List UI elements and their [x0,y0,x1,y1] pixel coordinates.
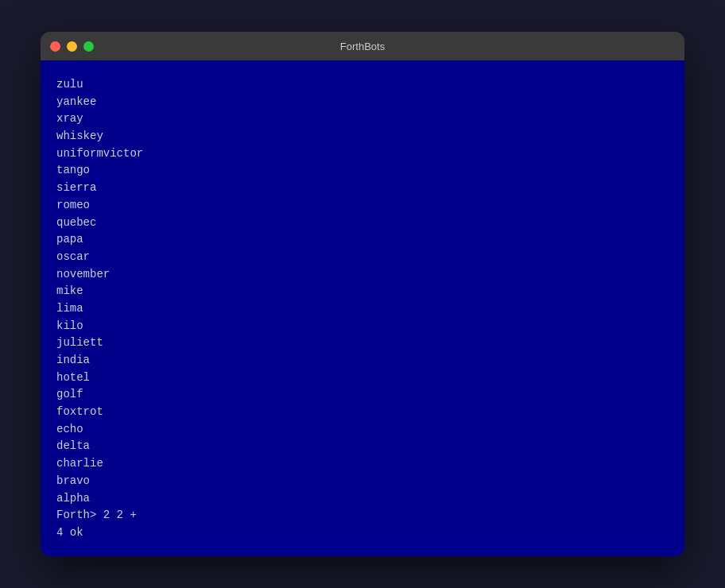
maximize-button[interactable] [83,41,94,52]
terminal-line: quebec [56,215,669,232]
terminal-line: kilo [56,318,669,335]
terminal-body[interactable]: zuluyankeexraywhiskeyuniformvictortangos… [41,60,684,556]
minimize-button[interactable] [67,41,77,52]
terminal-line: foxtrot [56,404,669,421]
prompt-line: Forth> 2 2 + [56,507,669,524]
terminal-output: zuluyankeexraywhiskeyuniformvictortangos… [56,76,669,542]
terminal-line: uniformvictor [56,145,669,163]
terminal-line: oscar [56,249,669,266]
terminal-window: ForthBots zuluyankeexraywhiskeyuniformvi… [41,32,684,556]
terminal-line: november [56,266,669,284]
terminal-line: mike [56,283,669,300]
window-title: ForthBots [340,41,385,52]
terminal-line: tango [56,162,669,180]
terminal-line: zulu [56,76,669,94]
terminal-line: yankee [56,94,669,111]
terminal-line: india [56,352,669,369]
terminal-line: echo [56,421,669,439]
close-button[interactable] [50,41,60,52]
title-bar: ForthBots [41,32,684,60]
terminal-line: xray [56,110,669,128]
terminal-line: papa [56,231,669,249]
terminal-line: delta [56,438,669,455]
terminal-line: juliett [56,335,669,352]
terminal-line: bravo [56,473,669,490]
result-line: 4 ok [56,524,669,542]
terminal-line: lima [56,300,669,318]
terminal-line: golf [56,386,669,404]
terminal-line: charlie [56,455,669,473]
terminal-line: alpha [56,490,669,508]
traffic-lights [50,41,94,52]
terminal-line: romeo [56,197,669,215]
terminal-line: whiskey [56,128,669,145]
terminal-line: sierra [56,180,669,197]
terminal-line: hotel [56,369,669,387]
